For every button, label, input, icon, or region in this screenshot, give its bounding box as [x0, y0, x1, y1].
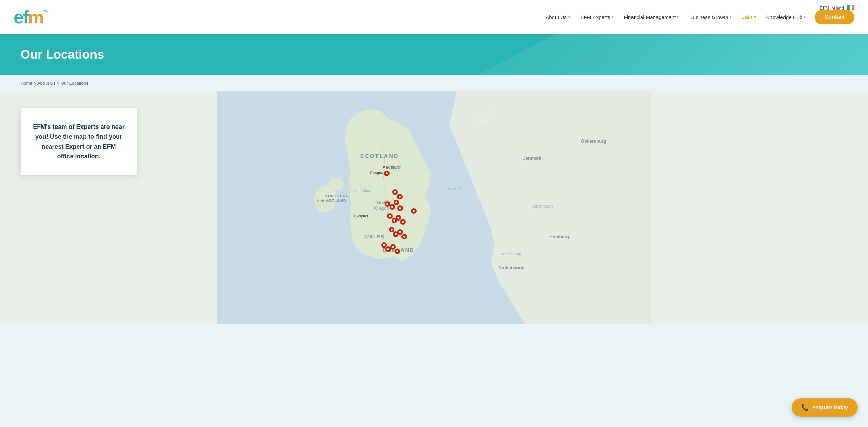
page-title: Our Locations [21, 48, 104, 62]
site-header: EFM Ireland 🇮🇪 efm~ About Us ▾ EFM Exper… [0, 0, 868, 34]
nav-efm-experts[interactable]: EFM Experts ▾ [576, 12, 618, 23]
svg-point-37 [391, 206, 393, 208]
nav-about-us[interactable]: About Us ▾ [541, 12, 574, 23]
chevron-down-icon: ▾ [730, 15, 732, 19]
svg-text:Ireland: Ireland [317, 198, 331, 203]
svg-point-40 [395, 201, 397, 203]
chevron-down-icon: ▾ [568, 15, 570, 19]
svg-text:Liverpool: Liverpool [354, 214, 368, 218]
info-card: EFM's team of Experts are near you! Use … [21, 108, 137, 175]
svg-text:Gothenburg: Gothenburg [581, 138, 606, 144]
chevron-down-icon: ▾ [754, 15, 756, 19]
svg-point-79 [392, 246, 394, 248]
svg-point-52 [393, 219, 395, 222]
breadcrumb-current: Our Locations [61, 81, 88, 86]
svg-text:Netherlands: Netherlands [498, 265, 524, 270]
logo-orange: m [28, 7, 43, 27]
main-content: SCOTLAND NORTHERN IRELAND Ireland WALES … [0, 91, 868, 324]
svg-text:North Sea: North Sea [447, 187, 466, 191]
logo-text: efm~ [14, 8, 48, 26]
svg-point-70 [403, 236, 405, 238]
svg-point-49 [389, 215, 391, 217]
svg-point-25 [386, 172, 388, 174]
logo[interactable]: efm~ [14, 8, 48, 26]
breadcrumb-sep2: > [57, 81, 61, 86]
svg-text:Glasgow: Glasgow [370, 171, 384, 175]
svg-point-67 [399, 231, 401, 233]
svg-point-82 [396, 250, 398, 252]
svg-text:Copenhagen: Copenhagen [531, 204, 553, 208]
efm-ireland-link[interactable]: EFM Ireland [820, 5, 844, 11]
svg-point-34 [386, 203, 388, 205]
nav-knowledge-hub[interactable]: Knowledge Hub ▾ [762, 12, 810, 23]
svg-point-73 [383, 244, 385, 246]
info-card-text: EFM's team of Experts are near you! Use … [33, 122, 125, 161]
chevron-down-icon: ▾ [677, 15, 679, 19]
svg-text:Denmark: Denmark [522, 156, 541, 161]
svg-text:Amsterdam: Amsterdam [502, 252, 521, 256]
chevron-down-icon: ▾ [612, 15, 614, 19]
svg-text:Isle of Man: Isle of Man [352, 189, 370, 193]
chevron-down-icon: ▾ [804, 15, 806, 19]
svg-text:WALES: WALES [364, 234, 385, 239]
breadcrumb-sep1: > [34, 81, 37, 86]
logo-teal: ef [14, 7, 28, 27]
svg-point-43 [399, 207, 401, 209]
svg-point-31 [399, 196, 401, 198]
nav-business-growth[interactable]: Business Growth ▾ [685, 12, 736, 23]
breadcrumb: Home > About Us > Our Locations [0, 75, 868, 91]
main-nav: About Us ▾ EFM Experts ▾ Financial Manag… [541, 10, 854, 24]
svg-text:NORTHERN: NORTHERN [325, 194, 349, 198]
svg-point-55 [397, 217, 399, 219]
svg-point-58 [402, 221, 404, 223]
nav-financial-management[interactable]: Financial Management ▾ [620, 12, 684, 23]
breadcrumb-about[interactable]: About Us [37, 81, 55, 86]
breadcrumb-home[interactable]: Home [21, 81, 33, 86]
svg-point-64 [395, 233, 397, 235]
top-right-region: EFM Ireland 🇮🇪 [820, 4, 854, 12]
contact-button[interactable]: Contact [815, 10, 854, 24]
svg-point-76 [387, 248, 389, 250]
nav-join[interactable]: Join ▾ [738, 12, 760, 23]
ireland-flag: 🇮🇪 [847, 4, 854, 12]
svg-point-28 [394, 191, 396, 193]
logo-tilde: ~ [43, 6, 48, 15]
svg-text:SCOTLAND: SCOTLAND [360, 153, 399, 159]
hero-banner: Our Locations [0, 34, 868, 75]
svg-text:Hamburg: Hamburg [549, 234, 569, 239]
svg-point-46 [413, 210, 415, 212]
svg-point-61 [391, 229, 393, 231]
